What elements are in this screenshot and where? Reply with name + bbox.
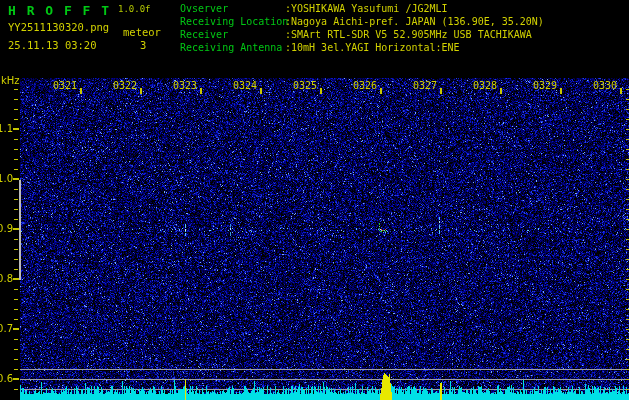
time-tick-label: 0328	[471, 80, 497, 91]
info-label-observer: Ovserver	[180, 3, 228, 14]
y-axis-unit-label: kHz	[1, 75, 20, 86]
time-tick-label: 0321	[51, 80, 77, 91]
info-value-observer: :YOSHIKAWA Yasufumi /JG2MLI	[285, 3, 448, 14]
time-tick-label: 0327	[411, 80, 437, 91]
freq-tick-label: 0.8	[0, 273, 13, 284]
echo-count: 3	[140, 39, 146, 51]
hrofft-window: H R O F F T 1.0.0f YY2511130320.png mete…	[0, 0, 629, 400]
info-label-location: Receiving Location	[180, 16, 288, 27]
datetime-label: 25.11.13 03:20	[8, 39, 97, 51]
time-tick-label: 0322	[111, 80, 137, 91]
filename-label: YY2511130320.png	[8, 21, 109, 33]
freq-tick-label: 1.0	[0, 173, 13, 184]
time-tick-label: 0326	[351, 80, 377, 91]
info-value-location: :Nagoya Aichi-pref. JAPAN (136.90E, 35.2…	[285, 16, 544, 27]
info-label-receiver: Receiver	[180, 29, 228, 40]
time-tick-label: 0323	[171, 80, 197, 91]
mode-label: meteor	[123, 26, 161, 38]
time-tick-label: 0325	[291, 80, 317, 91]
info-value-antenna: :10mH 3el.YAGI Horizontal:ENE	[285, 42, 460, 53]
freq-tick-label: 0.9	[0, 223, 13, 234]
spectrogram-canvas	[0, 0, 629, 400]
info-label-antenna: Receiving Antenna	[180, 42, 282, 53]
freq-tick-label: 0.7	[0, 323, 13, 334]
version-label: 1.0.0f	[118, 4, 151, 14]
freq-tick-label: 1.1	[0, 123, 13, 134]
freq-tick-label: 0.6	[0, 373, 13, 384]
hrofft-title: H R O F F T	[8, 3, 111, 18]
info-value-receiver: :SMArt RTL-SDR V5 52.905MHz USB TACHIKAW…	[285, 29, 532, 40]
time-tick-label: 0324	[231, 80, 257, 91]
time-tick-label: 0330	[591, 80, 617, 91]
time-tick-label: 0329	[531, 80, 557, 91]
